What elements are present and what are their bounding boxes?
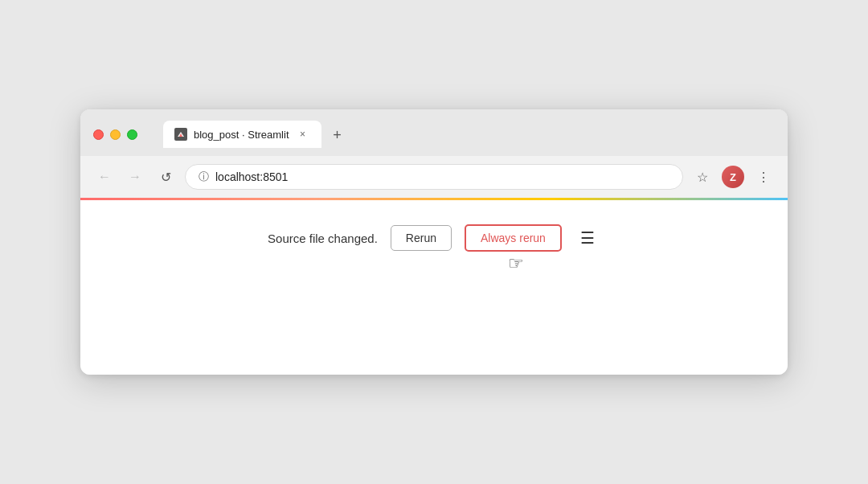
hamburger-menu-button[interactable]: ☰ xyxy=(575,225,600,251)
url-text: localhost:8501 xyxy=(215,170,669,183)
address-bar[interactable]: ⓘ localhost:8501 xyxy=(185,164,683,190)
browser-tab[interactable]: blog_post · Streamlit × xyxy=(163,121,321,148)
bookmark-button[interactable]: ☆ xyxy=(691,166,714,188)
title-bar: blog_post · Streamlit × + xyxy=(80,109,788,156)
profile-avatar[interactable]: Z xyxy=(722,166,744,188)
minimize-window-button[interactable] xyxy=(110,129,121,140)
content-area: Source file changed. Rerun Always rerun … xyxy=(80,198,788,375)
traffic-lights xyxy=(93,129,137,140)
tabs-row: blog_post · Streamlit × + xyxy=(163,121,349,148)
tab-favicon xyxy=(174,128,187,141)
info-icon: ⓘ xyxy=(199,170,209,184)
tab-title: blog_post · Streamlit xyxy=(194,129,289,141)
reload-button[interactable]: ↺ xyxy=(154,166,177,188)
cursor-pointer-icon: ☞ xyxy=(508,253,524,274)
tab-close-button[interactable]: × xyxy=(296,127,310,142)
always-rerun-button[interactable]: Always rerun xyxy=(465,224,562,252)
notification-text: Source file changed. xyxy=(268,232,378,245)
new-tab-button[interactable]: + xyxy=(326,124,349,146)
more-options-button[interactable]: ⋮ xyxy=(752,166,775,188)
always-rerun-wrapper: Always rerun ☞ xyxy=(465,224,562,252)
rerun-button[interactable]: Rerun xyxy=(391,225,452,251)
browser-window: blog_post · Streamlit × + ← → ↺ ⓘ localh… xyxy=(80,109,788,375)
notification-bar: Source file changed. Rerun Always rerun … xyxy=(268,224,600,252)
address-bar-row: ← → ↺ ⓘ localhost:8501 ☆ Z ⋮ xyxy=(80,156,788,198)
back-button[interactable]: ← xyxy=(93,166,116,188)
close-window-button[interactable] xyxy=(93,129,104,140)
forward-button[interactable]: → xyxy=(124,166,146,188)
maximize-window-button[interactable] xyxy=(127,129,137,140)
